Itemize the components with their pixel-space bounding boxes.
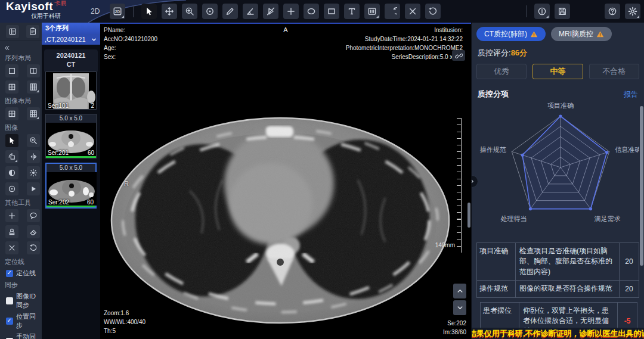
- localizer-checkbox[interactable]: 定位线: [6, 269, 42, 278]
- qc-score-cell: 20: [625, 257, 633, 266]
- toolbar-separator: [133, 5, 134, 17]
- viewer-scrollbar[interactable]: [467, 203, 470, 228]
- toggle-series-panel-button[interactable]: [6, 25, 19, 38]
- cine-play-button[interactable]: [27, 182, 40, 195]
- image-rotate-button[interactable]: [5, 150, 18, 163]
- tab-mri-brain-qc[interactable]: MRI脑质控: [551, 27, 612, 41]
- image-layout-3x3-button[interactable]: [27, 107, 40, 120]
- target-icon: [8, 185, 16, 193]
- link-series-button[interactable]: [452, 50, 465, 61]
- scroll-down-button[interactable]: [453, 300, 466, 315]
- play-icon: [29, 185, 38, 193]
- info-button[interactable]: [534, 4, 550, 19]
- series-layout-1x2-button[interactable]: [27, 64, 40, 77]
- brightness-icon: [29, 169, 38, 177]
- image-layout-2x2-button[interactable]: [5, 107, 18, 120]
- scroll-up-button[interactable]: [453, 284, 466, 298]
- sidebar-tool-grid: [0, 209, 42, 254]
- grade-medium-button[interactable]: 中等: [532, 64, 583, 79]
- angle-measure-button[interactable]: [243, 4, 258, 19]
- checkbox[interactable]: [6, 270, 13, 277]
- collapse-sidebar-button[interactable]: [0, 41, 42, 51]
- series-layout-3x3-button[interactable]: [27, 80, 40, 94]
- help-button[interactable]: [605, 4, 620, 19]
- layout-2d-button[interactable]: 2D: [110, 4, 125, 19]
- image-viewport[interactable]: A R PName:AccNO:2401210200 Age:Sex: Inst…: [100, 23, 471, 339]
- window-level-tool-button[interactable]: [202, 4, 218, 19]
- tab-ct-lung-qc[interactable]: CT质控(肺部): [476, 27, 546, 41]
- svg-text:满足需求: 满足需求: [594, 215, 620, 222]
- qc-panel-scrollbar[interactable]: [640, 106, 643, 266]
- sync-checkbox-0[interactable]: 图像ID同步: [6, 292, 42, 310]
- settings-button[interactable]: [625, 4, 640, 19]
- sync-checkbox-1[interactable]: 位置同步: [6, 312, 42, 330]
- image-pointer-button[interactable]: [5, 134, 18, 147]
- length-measure-button[interactable]: [222, 4, 238, 19]
- qc-subsection-title: 质控分项: [478, 89, 509, 99]
- cobb-icon: [266, 7, 275, 16]
- eraser-button[interactable]: [27, 225, 40, 238]
- annotation-button[interactable]: [27, 209, 40, 222]
- layout-2x2-icon: [8, 110, 16, 118]
- qc-grade-buttons: 优秀 中等 不合格: [476, 64, 639, 79]
- image-magnify-button[interactable]: [27, 134, 40, 147]
- delete-annotation-button[interactable]: [405, 4, 420, 19]
- ellipse-roi-button[interactable]: [304, 4, 319, 19]
- toolbar-right-group: [523, 4, 570, 19]
- series-layout-2x2-button[interactable]: [5, 80, 18, 94]
- gear-icon: [628, 7, 637, 16]
- scroll-buttons: [453, 284, 466, 315]
- magnifier-button[interactable]: [5, 225, 18, 238]
- pan-tool-button[interactable]: [162, 4, 177, 19]
- content-row: 序列布局图像布局图像其他工具 定位线 定位线 同步 图像ID同步位置同步手动同步…: [0, 23, 644, 339]
- layout-3x3-icon: [29, 83, 38, 91]
- study-group-header[interactable]: 20240121 CT: [44, 49, 98, 71]
- svg-text:2D: 2D: [115, 10, 120, 14]
- qc-table-row: 操作规范图像的获取是否符合操作规范20: [477, 281, 639, 297]
- reset-button[interactable]: [27, 241, 40, 254]
- crosshair-tool-button[interactable]: [283, 4, 299, 19]
- svg-text:处理得当: 处理得当: [501, 215, 527, 222]
- series-thumbnail-0[interactable]: Ser:1012: [45, 71, 97, 110]
- rect-roi-button[interactable]: [324, 4, 339, 19]
- crosshair-button[interactable]: [5, 209, 18, 222]
- delete-button[interactable]: [5, 241, 18, 254]
- grade-fail-button[interactable]: 不合格: [589, 64, 639, 79]
- reset-view-button[interactable]: [425, 4, 441, 19]
- toggle-report-panel-button[interactable]: [26, 25, 39, 38]
- cobb-angle-button[interactable]: [263, 4, 278, 19]
- image-window-button[interactable]: [5, 182, 18, 195]
- image-flip-button[interactable]: [27, 150, 40, 163]
- text-icon: [347, 7, 357, 16]
- pointer-tool-button[interactable]: [141, 4, 157, 19]
- checkbox[interactable]: [6, 318, 13, 325]
- window-icon: [367, 7, 377, 16]
- box2d-icon: 2D: [113, 7, 122, 16]
- sidebar-section-label: 图像布局: [5, 97, 42, 105]
- checkbox[interactable]: [6, 297, 13, 304]
- svg-text:信息准确: 信息准确: [615, 146, 639, 153]
- image-brightness-button[interactable]: [27, 166, 40, 179]
- series-thumbnail-1[interactable]: 5.0 x 5.0Ser:20160: [45, 114, 97, 158]
- pointer-icon: [8, 136, 16, 145]
- undo-icon: [388, 7, 397, 16]
- text-annotation-button[interactable]: [344, 4, 360, 19]
- report-link[interactable]: 报告: [624, 89, 638, 99]
- image-invert-button[interactable]: [5, 166, 18, 179]
- sidebar-top-tools: [0, 24, 42, 41]
- zoom-icon: [185, 7, 194, 16]
- series-thumbnail-2[interactable]: 5.0 x 5.0Ser:20260: [45, 163, 97, 209]
- checkbox-label: 图像ID同步: [16, 292, 42, 310]
- grade-excellent-button[interactable]: 优秀: [476, 64, 527, 79]
- window-preset-button[interactable]: [364, 4, 380, 19]
- series-count-header: 3个序列: [42, 23, 100, 34]
- zoom-tool-button[interactable]: [182, 4, 197, 19]
- series-layout-1x1-button[interactable]: [5, 64, 18, 77]
- sync-checkbox-2[interactable]: 手动同步: [6, 332, 42, 339]
- checkbox-label: 手动同步: [16, 332, 42, 339]
- undo-button[interactable]: [385, 4, 400, 19]
- stamp-icon: [8, 228, 16, 236]
- study-dropdown[interactable]: ,CT,20240121: [42, 34, 100, 45]
- save-button[interactable]: [555, 4, 570, 19]
- angle-icon: [246, 7, 255, 16]
